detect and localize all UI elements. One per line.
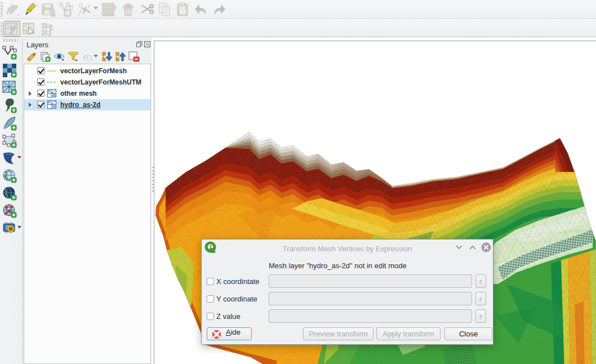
svg-text:ε: ε xyxy=(83,52,87,61)
